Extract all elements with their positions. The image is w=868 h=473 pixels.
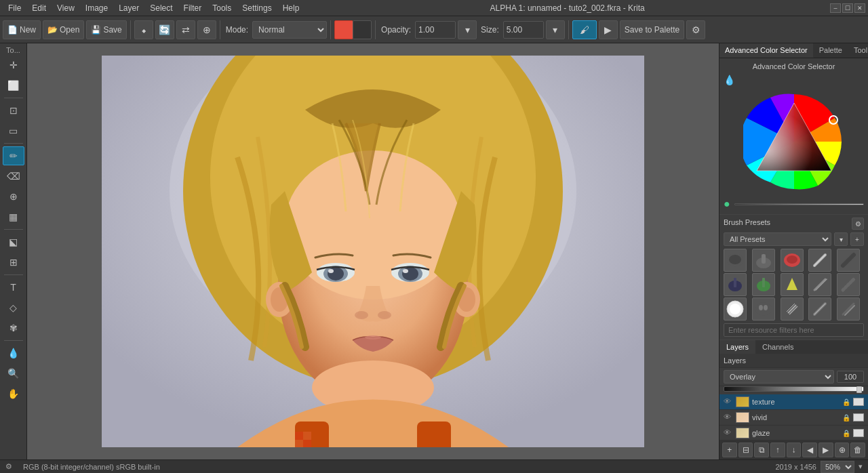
transform-tool[interactable]: ⬜ <box>3 76 24 95</box>
status-settings-icon[interactable]: ⚙ <box>5 462 12 471</box>
bg-color-btn[interactable] <box>353 20 372 39</box>
move-tool[interactable]: ✛ <box>3 56 24 75</box>
maximize-button[interactable]: ☐ <box>842 3 853 13</box>
color-indicator-icon[interactable]: ● <box>724 198 730 210</box>
brush-swap-icon[interactable]: 🔄 <box>155 20 174 39</box>
layer-opacity-handle[interactable] <box>856 386 862 393</box>
tab-tool-options[interactable]: Tool Options <box>848 43 868 58</box>
layer-item-texture[interactable]: 👁 texture 🔒 <box>719 394 868 410</box>
preset-filter-dropdown-icon[interactable]: ▾ <box>834 232 848 246</box>
menubar-item-edit[interactable]: Edit <box>26 2 52 14</box>
preset-item[interactable] <box>752 249 775 272</box>
save-button[interactable]: 💾 Save <box>86 20 126 39</box>
menubar-item-file[interactable]: File <box>3 2 26 14</box>
brush-type-icon[interactable]: ⬥ <box>134 20 153 39</box>
resource-filter-input[interactable] <box>724 323 864 337</box>
crop-tool[interactable]: ⊡ <box>3 101 24 120</box>
close-button[interactable]: ✕ <box>854 3 865 13</box>
menubar-item-layer[interactable]: Layer <box>113 2 144 14</box>
mirror-icon[interactable]: ⇄ <box>176 20 195 39</box>
menubar-item-help[interactable]: Help <box>277 2 305 14</box>
layer-item-vivid[interactable]: 👁 vivid 🔒 <box>719 410 868 426</box>
preset-item[interactable] <box>781 273 804 296</box>
eyedropper-icon[interactable]: 💧 <box>724 75 735 85</box>
preset-item[interactable] <box>808 273 831 296</box>
tab-advanced-color-selector[interactable]: Advanced Color Selector <box>719 43 814 58</box>
fg-color-btn[interactable] <box>334 20 353 39</box>
save-to-palette-button[interactable]: Save to Palette <box>620 20 684 39</box>
palette-settings-icon[interactable]: ⚙ <box>686 20 705 39</box>
tab-layers[interactable]: Layers <box>719 340 755 354</box>
opacity-input[interactable] <box>415 21 456 39</box>
layer-visibility-icon[interactable]: 👁 <box>724 428 733 438</box>
size-dropdown-icon[interactable]: ▾ <box>546 20 565 39</box>
layer-merge-btn[interactable]: ⊕ <box>835 443 850 457</box>
preset-item[interactable] <box>724 297 747 321</box>
mode-select[interactable]: Normal <box>252 21 327 39</box>
zoom-tool[interactable]: 🔍 <box>3 364 24 383</box>
tab-palette[interactable]: Palette <box>814 43 848 58</box>
eyedropper-tool[interactable]: 💧 <box>3 344 24 363</box>
preset-item[interactable] <box>724 249 747 272</box>
layer-visibility-icon[interactable]: 👁 <box>724 397 733 407</box>
preset-item[interactable] <box>724 273 747 296</box>
select-rect-tool[interactable]: ▭ <box>3 121 24 140</box>
layer-item-glaze[interactable]: 👁 glaze 🔒 <box>719 426 868 440</box>
minimize-button[interactable]: – <box>830 3 841 13</box>
preset-item[interactable] <box>752 297 775 321</box>
size-input[interactable] <box>503 21 544 39</box>
layer-move-down-btn[interactable]: ↓ <box>787 443 802 457</box>
clone-tool[interactable]: ⊕ <box>3 187 24 206</box>
layer-opacity-slider[interactable] <box>724 386 864 392</box>
preset-item[interactable] <box>752 273 775 296</box>
gradient-tool[interactable]: ⬕ <box>3 232 24 251</box>
preset-item[interactable] <box>837 273 860 296</box>
eraser-tool[interactable]: ⌫ <box>3 167 24 186</box>
layer-visibility-icon[interactable]: 👁 <box>724 413 733 422</box>
shape-tool[interactable]: ◇ <box>3 298 24 317</box>
layer-next-btn[interactable]: ▶ <box>818 443 833 457</box>
layer-lock-icon[interactable]: 🔒 <box>842 430 850 437</box>
lightness-slider[interactable] <box>734 203 864 205</box>
color-wheel-container[interactable] <box>743 91 845 192</box>
color-wheel-svg[interactable] <box>743 91 845 192</box>
brush-presets-settings-icon[interactable]: ⚙ <box>852 218 864 230</box>
opacity-value-input[interactable] <box>837 371 864 383</box>
layer-group-btn[interactable]: ⊟ <box>738 443 753 457</box>
menubar-item-settings[interactable]: Settings <box>237 2 277 14</box>
layer-move-up-btn[interactable]: ↑ <box>770 443 785 457</box>
layer-lock-icon[interactable]: 🔒 <box>842 414 850 421</box>
zoom-select[interactable]: 50% <box>821 461 854 473</box>
menubar-item-image[interactable]: Image <box>80 2 113 14</box>
brush-next-btn[interactable]: ▶ <box>599 20 618 39</box>
canvas-area[interactable] <box>27 43 719 459</box>
tab-channels[interactable]: Channels <box>755 340 800 354</box>
brush-active-btn[interactable]: 🖌 <box>572 20 597 39</box>
stabilizer-icon[interactable]: ⊕ <box>197 20 216 39</box>
preset-item[interactable] <box>808 249 831 272</box>
preset-item[interactable] <box>808 297 831 321</box>
preset-item[interactable] <box>781 249 804 272</box>
menubar-item-view[interactable]: View <box>52 2 80 14</box>
menubar-item-tools[interactable]: Tools <box>207 2 237 14</box>
new-button[interactable]: 📄 New <box>3 20 41 39</box>
layer-add-btn[interactable]: + <box>722 443 737 457</box>
layer-delete-btn[interactable]: 🗑 <box>850 443 865 457</box>
preset-add-icon[interactable]: + <box>850 232 864 246</box>
text-tool[interactable]: T <box>3 278 24 297</box>
menubar-item-select[interactable]: Select <box>144 2 178 14</box>
preset-filter-select[interactable]: All Presets <box>724 232 831 246</box>
preset-item[interactable] <box>781 297 804 321</box>
pan-tool[interactable]: ✋ <box>3 384 24 403</box>
blend-mode-select[interactable]: Overlay <box>724 370 834 384</box>
layer-duplicate-btn[interactable]: ⧉ <box>754 443 769 457</box>
fill-tool[interactable]: ▦ <box>3 207 24 226</box>
path-tool[interactable]: ✾ <box>3 318 24 337</box>
preset-item[interactable] <box>837 297 860 321</box>
opacity-dropdown-icon[interactable]: ▾ <box>458 20 477 39</box>
brush-tool[interactable]: ✏ <box>3 146 24 165</box>
canvas[interactable] <box>102 56 644 447</box>
layer-prev-btn[interactable]: ◀ <box>802 443 817 457</box>
menubar-item-filter[interactable]: Filter <box>178 2 208 14</box>
layer-lock-icon[interactable]: 🔒 <box>842 398 850 406</box>
